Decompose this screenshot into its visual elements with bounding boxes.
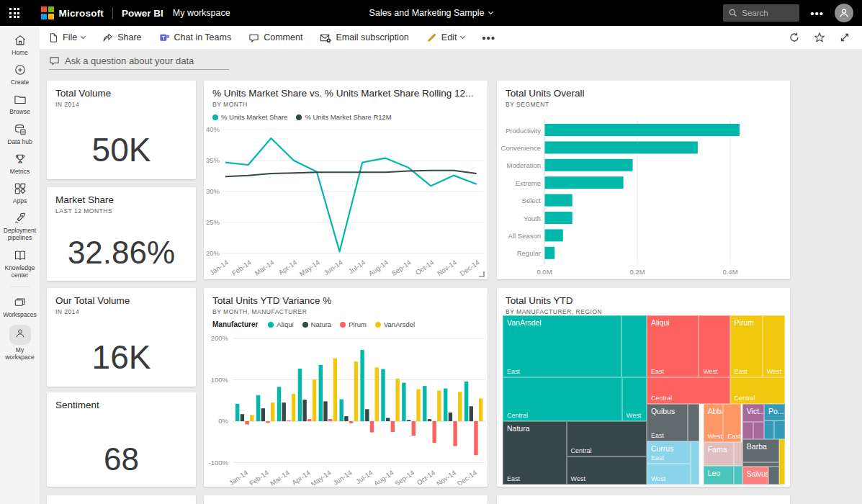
resize-handle[interactable] — [478, 271, 485, 277]
qna-input[interactable] — [65, 55, 223, 66]
treemap-cell — [768, 467, 779, 485]
open-book-icon — [13, 248, 27, 263]
chevron-down-icon — [460, 34, 465, 39]
favorite-star-icon[interactable] — [814, 32, 825, 43]
svg-text:Select: Select — [522, 197, 542, 204]
legend-item: % Units Market Share R12M — [296, 113, 391, 121]
svg-text:Dec-14: Dec-14 — [456, 469, 478, 485]
sidebar-item-home[interactable]: Home — [1, 33, 40, 56]
comment-label: Comment — [264, 32, 302, 42]
treemap-cell — [688, 404, 699, 441]
sidebar-item-apps[interactable]: Apps — [1, 181, 40, 204]
treemap-cell: Po... — [764, 404, 785, 420]
treemap-group-label: Abbas — [704, 405, 722, 415]
apps-grid-icon — [13, 181, 27, 196]
tile-ytd-variance-column-chart[interactable]: Total Units YTD Variance % BY MONTH, MAN… — [204, 288, 488, 487]
treemap-region-label: West — [627, 412, 641, 419]
svg-text:0.2M: 0.2M — [629, 268, 645, 276]
sidebar-item-deployment-pipelines[interactable]: Deployment pipelines — [1, 211, 40, 241]
treemap-cell: West — [647, 464, 691, 485]
legend-dot — [340, 322, 346, 328]
tile-market-share-line-chart[interactable]: % Units Market Share vs. % Units Market … — [204, 81, 488, 279]
tile-our-total-volume[interactable]: Our Total Volume IN 2014 16K — [47, 288, 196, 387]
chat-in-teams-button[interactable]: T Chat in Teams — [159, 32, 232, 43]
sidebar-label: Deployment pipelines — [1, 227, 40, 241]
treemap-group-label: Currus — [647, 442, 690, 453]
tile-title: Total Units YTD — [506, 295, 781, 306]
search-box[interactable] — [723, 4, 799, 22]
svg-text:25%: 25% — [206, 218, 220, 226]
sidebar-item-data-hub[interactable]: Data hub — [1, 122, 40, 145]
comment-icon — [248, 32, 259, 43]
treemap-region-label: Central — [507, 412, 528, 419]
treemap-cell — [753, 422, 764, 439]
tile-partial[interactable] — [497, 495, 790, 504]
dashboard-title: Sales and Marketing Sample — [369, 8, 485, 18]
treemap-cell: Central — [730, 377, 785, 405]
sidebar-item-metrics[interactable]: Metrics — [1, 152, 40, 175]
svg-text:Youth: Youth — [524, 215, 541, 222]
folder-icon — [13, 92, 27, 107]
database-icon — [13, 122, 27, 137]
more-options-icon[interactable]: ••• — [810, 7, 824, 19]
treemap-cell: West — [699, 315, 729, 377]
treemap-group-label: Barba — [743, 440, 778, 451]
svg-text:Apr-14: Apr-14 — [290, 469, 312, 485]
email-subscription-button[interactable]: Email subscription — [320, 32, 408, 43]
waffle-menu-icon[interactable] — [9, 8, 19, 18]
sidebar-item-knowledge-center[interactable]: Knowledge center — [1, 248, 40, 279]
sidebar-label: Data hub — [7, 138, 32, 145]
edit-menu[interactable]: Edit — [426, 32, 465, 43]
legend-item: VanArsdel — [375, 320, 415, 328]
toolbar-more-icon[interactable]: ••• — [482, 32, 495, 44]
svg-text:Jul-14: Jul-14 — [347, 258, 367, 276]
treemap-region-label: West — [703, 368, 717, 375]
sidebar-divider — [11, 287, 30, 287]
sidebar-item-workspaces[interactable]: Workspaces — [1, 295, 40, 318]
treemap-group-label: Leo — [704, 467, 733, 477]
treemap-cell: VanArsdelEast — [503, 315, 621, 377]
treemap-cell — [621, 315, 647, 377]
active-item-highlight — [9, 325, 31, 345]
comment-button[interactable]: Comment — [248, 32, 302, 43]
kpi-value: 68 — [47, 441, 196, 477]
svg-text:-100%: -100% — [209, 459, 229, 467]
fullscreen-icon[interactable] — [839, 32, 850, 43]
tile-title: Market Share — [55, 194, 187, 205]
tile-total-units-overall[interactable]: Total Units Overall BY SEGMENT 0.0M0.2M0… — [497, 81, 790, 279]
qna-bar[interactable] — [49, 55, 229, 70]
treemap-cell: CurrusEast — [647, 441, 691, 464]
file-menu[interactable]: File — [48, 32, 85, 43]
search-input[interactable] — [742, 9, 792, 17]
sidebar-item-my-workspace[interactable]: My workspace — [1, 325, 40, 361]
treemap-region-label: Central — [651, 395, 672, 402]
tile-partial[interactable] — [204, 495, 488, 504]
tile-subtitle: IN 2014 — [55, 308, 187, 315]
share-button[interactable]: Share — [102, 32, 141, 43]
refresh-icon[interactable] — [789, 32, 800, 43]
treemap-region-label: East — [507, 475, 520, 482]
powerbi-brand[interactable]: Power BI — [122, 8, 163, 19]
sidebar-label: Workspaces — [3, 311, 37, 318]
treemap-cell: QuibusEast — [647, 404, 688, 441]
tile-partial[interactable] — [47, 495, 196, 504]
tile-total-volume[interactable]: Total Volume IN 2014 50K — [47, 81, 196, 179]
treemap-region-label: East — [651, 454, 664, 462]
treemap-group-label: Vict... — [743, 405, 763, 415]
svg-text:Feb-14: Feb-14 — [248, 469, 270, 485]
sidebar-item-browse[interactable]: Browse — [1, 92, 40, 115]
tile-subtitle: IN 2014 — [55, 101, 187, 108]
tile-market-share[interactable]: Market Share LAST 12 MONTHS 32.86% — [47, 187, 196, 281]
treemap-cell: Central — [503, 377, 622, 421]
legend-item: Natura — [302, 320, 332, 328]
svg-text:Apr-14: Apr-14 — [277, 258, 299, 276]
tile-total-units-ytd-treemap[interactable]: Total Units YTD BY MANUFACTURER, REGION … — [497, 288, 790, 487]
workspace-breadcrumb[interactable]: My workspace — [173, 8, 230, 18]
tile-sentiment[interactable]: Sentiment 68 — [47, 392, 196, 487]
dashboard-title-dropdown[interactable]: Sales and Marketing Sample — [369, 8, 493, 18]
email-subscription-label: Email subscription — [336, 32, 408, 42]
avatar[interactable] — [835, 4, 853, 22]
sidebar-item-create[interactable]: Create — [1, 63, 40, 86]
treemap-region-label: West — [571, 475, 585, 482]
chevron-down-icon — [488, 9, 493, 14]
